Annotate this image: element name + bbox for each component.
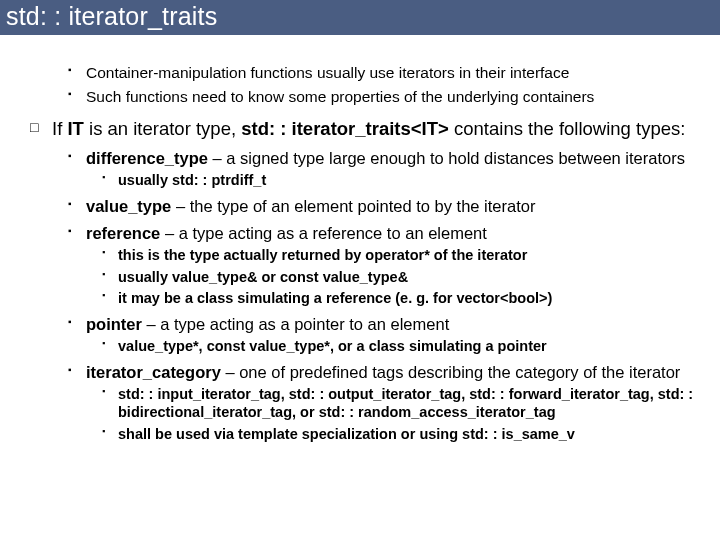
main-bold-it: IT [67, 118, 83, 139]
main-mid: is an iterator type, [89, 118, 241, 139]
sub-ptr-1: value_type*, const value_type*, or a cla… [18, 337, 702, 356]
desc-reference: – a type acting as a reference to an ele… [165, 224, 487, 242]
bullet-value: value_type – the type of an element poin… [18, 196, 702, 217]
sub-cat-1: std: : input_iterator_tag, std: : output… [18, 385, 702, 422]
sub-ref-3: it may be a class simulating a reference… [18, 289, 702, 308]
main-bold-traits: std: : iterator_traits<IT> [241, 118, 449, 139]
sub-diff-1: usually std: : ptrdiff_t [18, 171, 702, 190]
slide: std: : iterator_traits Container-manipul… [0, 0, 720, 540]
desc-value-type: – the type of an element pointed to by t… [176, 197, 536, 215]
bullet-intro-1: Container-manipulation functions usually… [18, 63, 702, 83]
term-difference-type: difference_type [86, 149, 208, 167]
sub-ref-1: this is the type actually returned by op… [18, 246, 702, 265]
term-pointer: pointer [86, 315, 142, 333]
bullet-category: iterator_category – one of predefined ta… [18, 362, 702, 383]
main-suffix: contains the following types: [454, 118, 685, 139]
bullet-diff: difference_type – a signed type large en… [18, 148, 702, 169]
desc-iterator-category: – one of predefined tags describing the … [225, 363, 680, 381]
desc-pointer: – a type acting as a pointer to an eleme… [147, 315, 450, 333]
slide-content: Container-manipulation functions usually… [0, 35, 720, 443]
bullet-main: If IT is an iterator type, std: : iterat… [18, 117, 702, 141]
sub-ref-2: usually value_type& or const value_type& [18, 268, 702, 287]
term-iterator-category: iterator_category [86, 363, 221, 381]
slide-title: std: : iterator_traits [0, 0, 720, 35]
bullet-reference: reference – a type acting as a reference… [18, 223, 702, 244]
main-prefix: If [52, 118, 67, 139]
bullet-intro-2: Such functions need to know some propert… [18, 87, 702, 107]
term-value-type: value_type [86, 197, 171, 215]
bullet-pointer: pointer – a type acting as a pointer to … [18, 314, 702, 335]
desc-difference-type: – a signed type large enough to hold dis… [213, 149, 685, 167]
sub-cat-2: shall be used via template specializatio… [18, 425, 702, 444]
term-reference: reference [86, 224, 160, 242]
